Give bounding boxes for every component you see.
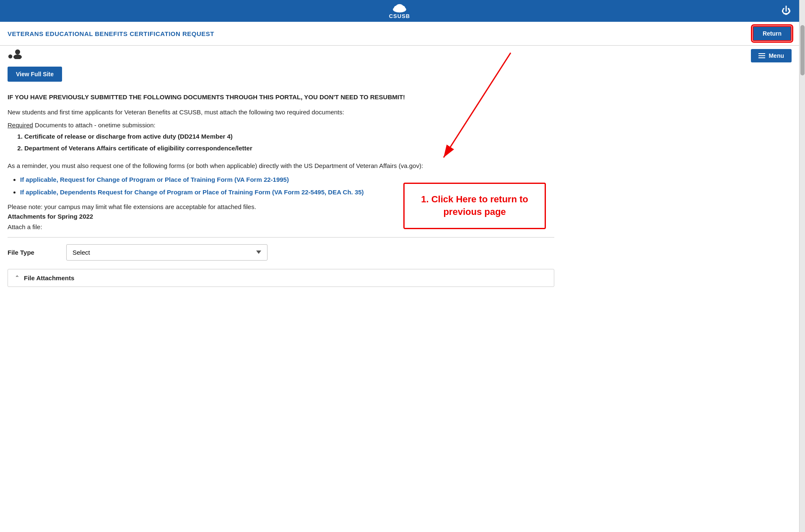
file-type-select[interactable]: Select Certificate of Release (DD214) VA… (66, 244, 267, 261)
header-row: VETERANS EDUCATIONAL BENEFITS CERTIFICAT… (0, 22, 799, 46)
return-button[interactable]: Return (753, 26, 792, 41)
list-item: Certificate of release or discharge from… (24, 132, 554, 142)
csusb-logo-icon (392, 3, 407, 13)
required-label: Required Documents to attach - onetime s… (8, 121, 554, 129)
va-form-22-5495-link[interactable]: If applicable, Dependents Request for Ch… (20, 189, 364, 196)
document-list: Certificate of release or discharge from… (24, 132, 554, 153)
csusb-logo-text: CSUSB (389, 13, 410, 19)
csusb-logo: CSUSB (389, 3, 410, 19)
user-icon: ● (8, 49, 22, 62)
page-main: CSUSB ⏻ VETERANS EDUCATIONAL BENEFITS CE… (0, 0, 799, 532)
file-type-label: File Type (8, 249, 49, 256)
scrollbar[interactable] (799, 0, 805, 532)
top-navigation-bar: CSUSB ⏻ (0, 0, 799, 22)
file-attachments-title: File Attachments (24, 274, 74, 281)
sub-header: ● Menu (0, 46, 799, 62)
scrollbar-thumb[interactable] (800, 25, 805, 75)
list-item: Department of Veterans Affairs certifica… (24, 144, 554, 153)
annotation-text: 1. Click Here to return to previous page (421, 194, 528, 217)
page-title: VETERANS EDUCATIONAL BENEFITS CERTIFICAT… (8, 30, 214, 37)
file-attachments-section[interactable]: ⌃ File Attachments (8, 269, 554, 287)
page-wrapper: CSUSB ⏻ VETERANS EDUCATIONAL BENEFITS CE… (0, 0, 805, 532)
file-type-row: File Type Select Certificate of Release … (8, 237, 554, 261)
view-full-site-button[interactable]: View Full Site (8, 67, 62, 82)
svg-point-5 (13, 54, 22, 59)
reminder-text: As a reminder, you must also request one… (8, 161, 554, 171)
required-underline: Required (8, 121, 33, 129)
chevron-up-icon: ⌃ (15, 274, 20, 281)
power-button[interactable]: ⏻ (782, 5, 791, 16)
intro-text: New students and first time applicants f… (8, 107, 554, 117)
annotation-box: 1. Click Here to return to previous page (403, 183, 546, 230)
menu-label: Menu (769, 52, 784, 59)
bold-notice: IF YOU HAVE PREVIOUSLY SUBMITTED THE FOL… (8, 93, 554, 102)
svg-point-3 (396, 4, 404, 10)
va-form-22-1995-link[interactable]: If applicable, Request for Change of Pro… (20, 176, 289, 183)
required-suffix: Documents to attach - onetime submission… (33, 121, 156, 129)
svg-point-4 (15, 49, 20, 54)
menu-button[interactable]: Menu (751, 49, 792, 62)
main-content: IF YOU HAVE PREVIOUSLY SUBMITTED THE FOL… (0, 88, 562, 291)
view-full-site-row: View Full Site (0, 62, 799, 88)
hamburger-icon (758, 53, 765, 58)
